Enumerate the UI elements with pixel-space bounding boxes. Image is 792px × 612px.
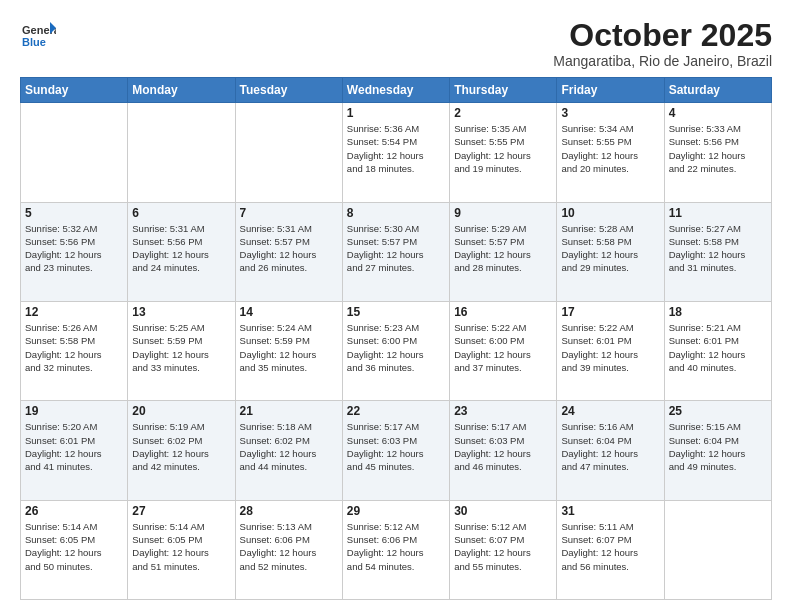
table-row: 20Sunrise: 5:19 AM Sunset: 6:02 PM Dayli…	[128, 401, 235, 500]
calendar-week-row: 19Sunrise: 5:20 AM Sunset: 6:01 PM Dayli…	[21, 401, 772, 500]
day-info: Sunrise: 5:28 AM Sunset: 5:58 PM Dayligh…	[561, 222, 659, 275]
day-number: 11	[669, 206, 767, 220]
day-info: Sunrise: 5:16 AM Sunset: 6:04 PM Dayligh…	[561, 420, 659, 473]
table-row: 16Sunrise: 5:22 AM Sunset: 6:00 PM Dayli…	[450, 301, 557, 400]
day-number: 12	[25, 305, 123, 319]
day-number: 19	[25, 404, 123, 418]
day-info: Sunrise: 5:15 AM Sunset: 6:04 PM Dayligh…	[669, 420, 767, 473]
table-row: 22Sunrise: 5:17 AM Sunset: 6:03 PM Dayli…	[342, 401, 449, 500]
day-info: Sunrise: 5:32 AM Sunset: 5:56 PM Dayligh…	[25, 222, 123, 275]
day-number: 27	[132, 504, 230, 518]
calendar-week-row: 1Sunrise: 5:36 AM Sunset: 5:54 PM Daylig…	[21, 103, 772, 202]
table-row: 8Sunrise: 5:30 AM Sunset: 5:57 PM Daylig…	[342, 202, 449, 301]
day-number: 6	[132, 206, 230, 220]
table-row: 29Sunrise: 5:12 AM Sunset: 6:06 PM Dayli…	[342, 500, 449, 599]
header-wednesday: Wednesday	[342, 78, 449, 103]
day-info: Sunrise: 5:14 AM Sunset: 6:05 PM Dayligh…	[132, 520, 230, 573]
day-number: 7	[240, 206, 338, 220]
day-info: Sunrise: 5:19 AM Sunset: 6:02 PM Dayligh…	[132, 420, 230, 473]
month-title: October 2025	[553, 18, 772, 53]
table-row: 5Sunrise: 5:32 AM Sunset: 5:56 PM Daylig…	[21, 202, 128, 301]
table-row	[128, 103, 235, 202]
day-info: Sunrise: 5:25 AM Sunset: 5:59 PM Dayligh…	[132, 321, 230, 374]
table-row: 1Sunrise: 5:36 AM Sunset: 5:54 PM Daylig…	[342, 103, 449, 202]
table-row: 19Sunrise: 5:20 AM Sunset: 6:01 PM Dayli…	[21, 401, 128, 500]
table-row: 3Sunrise: 5:34 AM Sunset: 5:55 PM Daylig…	[557, 103, 664, 202]
day-number: 26	[25, 504, 123, 518]
day-number: 15	[347, 305, 445, 319]
day-number: 8	[347, 206, 445, 220]
header-tuesday: Tuesday	[235, 78, 342, 103]
table-row: 10Sunrise: 5:28 AM Sunset: 5:58 PM Dayli…	[557, 202, 664, 301]
day-number: 28	[240, 504, 338, 518]
day-info: Sunrise: 5:23 AM Sunset: 6:00 PM Dayligh…	[347, 321, 445, 374]
day-info: Sunrise: 5:27 AM Sunset: 5:58 PM Dayligh…	[669, 222, 767, 275]
day-number: 29	[347, 504, 445, 518]
logo-icon: General Blue	[20, 18, 56, 54]
day-info: Sunrise: 5:11 AM Sunset: 6:07 PM Dayligh…	[561, 520, 659, 573]
day-info: Sunrise: 5:17 AM Sunset: 6:03 PM Dayligh…	[454, 420, 552, 473]
table-row: 21Sunrise: 5:18 AM Sunset: 6:02 PM Dayli…	[235, 401, 342, 500]
day-number: 9	[454, 206, 552, 220]
day-number: 18	[669, 305, 767, 319]
table-row: 11Sunrise: 5:27 AM Sunset: 5:58 PM Dayli…	[664, 202, 771, 301]
table-row: 24Sunrise: 5:16 AM Sunset: 6:04 PM Dayli…	[557, 401, 664, 500]
day-info: Sunrise: 5:31 AM Sunset: 5:56 PM Dayligh…	[132, 222, 230, 275]
day-info: Sunrise: 5:22 AM Sunset: 6:00 PM Dayligh…	[454, 321, 552, 374]
header-sunday: Sunday	[21, 78, 128, 103]
day-number: 24	[561, 404, 659, 418]
table-row: 26Sunrise: 5:14 AM Sunset: 6:05 PM Dayli…	[21, 500, 128, 599]
day-number: 16	[454, 305, 552, 319]
header-saturday: Saturday	[664, 78, 771, 103]
logo: General Blue	[20, 18, 56, 58]
day-number: 14	[240, 305, 338, 319]
table-row: 18Sunrise: 5:21 AM Sunset: 6:01 PM Dayli…	[664, 301, 771, 400]
day-number: 5	[25, 206, 123, 220]
table-row: 25Sunrise: 5:15 AM Sunset: 6:04 PM Dayli…	[664, 401, 771, 500]
day-info: Sunrise: 5:18 AM Sunset: 6:02 PM Dayligh…	[240, 420, 338, 473]
table-row: 4Sunrise: 5:33 AM Sunset: 5:56 PM Daylig…	[664, 103, 771, 202]
day-number: 31	[561, 504, 659, 518]
table-row: 13Sunrise: 5:25 AM Sunset: 5:59 PM Dayli…	[128, 301, 235, 400]
day-info: Sunrise: 5:30 AM Sunset: 5:57 PM Dayligh…	[347, 222, 445, 275]
day-info: Sunrise: 5:33 AM Sunset: 5:56 PM Dayligh…	[669, 122, 767, 175]
header-friday: Friday	[557, 78, 664, 103]
table-row	[664, 500, 771, 599]
day-number: 30	[454, 504, 552, 518]
day-info: Sunrise: 5:24 AM Sunset: 5:59 PM Dayligh…	[240, 321, 338, 374]
table-row: 6Sunrise: 5:31 AM Sunset: 5:56 PM Daylig…	[128, 202, 235, 301]
table-row: 2Sunrise: 5:35 AM Sunset: 5:55 PM Daylig…	[450, 103, 557, 202]
day-number: 17	[561, 305, 659, 319]
day-info: Sunrise: 5:17 AM Sunset: 6:03 PM Dayligh…	[347, 420, 445, 473]
table-row: 14Sunrise: 5:24 AM Sunset: 5:59 PM Dayli…	[235, 301, 342, 400]
day-number: 22	[347, 404, 445, 418]
table-row: 12Sunrise: 5:26 AM Sunset: 5:58 PM Dayli…	[21, 301, 128, 400]
day-number: 10	[561, 206, 659, 220]
title-block: October 2025 Mangaratiba, Rio de Janeiro…	[553, 18, 772, 69]
day-info: Sunrise: 5:36 AM Sunset: 5:54 PM Dayligh…	[347, 122, 445, 175]
page: General Blue October 2025 Mangaratiba, R…	[0, 0, 792, 612]
table-row: 17Sunrise: 5:22 AM Sunset: 6:01 PM Dayli…	[557, 301, 664, 400]
header-monday: Monday	[128, 78, 235, 103]
day-info: Sunrise: 5:22 AM Sunset: 6:01 PM Dayligh…	[561, 321, 659, 374]
location: Mangaratiba, Rio de Janeiro, Brazil	[553, 53, 772, 69]
table-row	[21, 103, 128, 202]
table-row: 7Sunrise: 5:31 AM Sunset: 5:57 PM Daylig…	[235, 202, 342, 301]
table-row: 31Sunrise: 5:11 AM Sunset: 6:07 PM Dayli…	[557, 500, 664, 599]
table-row: 9Sunrise: 5:29 AM Sunset: 5:57 PM Daylig…	[450, 202, 557, 301]
day-number: 13	[132, 305, 230, 319]
day-info: Sunrise: 5:34 AM Sunset: 5:55 PM Dayligh…	[561, 122, 659, 175]
day-number: 25	[669, 404, 767, 418]
svg-text:Blue: Blue	[22, 36, 46, 48]
table-row: 27Sunrise: 5:14 AM Sunset: 6:05 PM Dayli…	[128, 500, 235, 599]
day-info: Sunrise: 5:31 AM Sunset: 5:57 PM Dayligh…	[240, 222, 338, 275]
calendar-week-row: 26Sunrise: 5:14 AM Sunset: 6:05 PM Dayli…	[21, 500, 772, 599]
calendar-week-row: 5Sunrise: 5:32 AM Sunset: 5:56 PM Daylig…	[21, 202, 772, 301]
day-info: Sunrise: 5:26 AM Sunset: 5:58 PM Dayligh…	[25, 321, 123, 374]
header: General Blue October 2025 Mangaratiba, R…	[20, 18, 772, 69]
day-number: 3	[561, 106, 659, 120]
table-row	[235, 103, 342, 202]
day-info: Sunrise: 5:14 AM Sunset: 6:05 PM Dayligh…	[25, 520, 123, 573]
calendar-table: Sunday Monday Tuesday Wednesday Thursday…	[20, 77, 772, 600]
day-info: Sunrise: 5:13 AM Sunset: 6:06 PM Dayligh…	[240, 520, 338, 573]
